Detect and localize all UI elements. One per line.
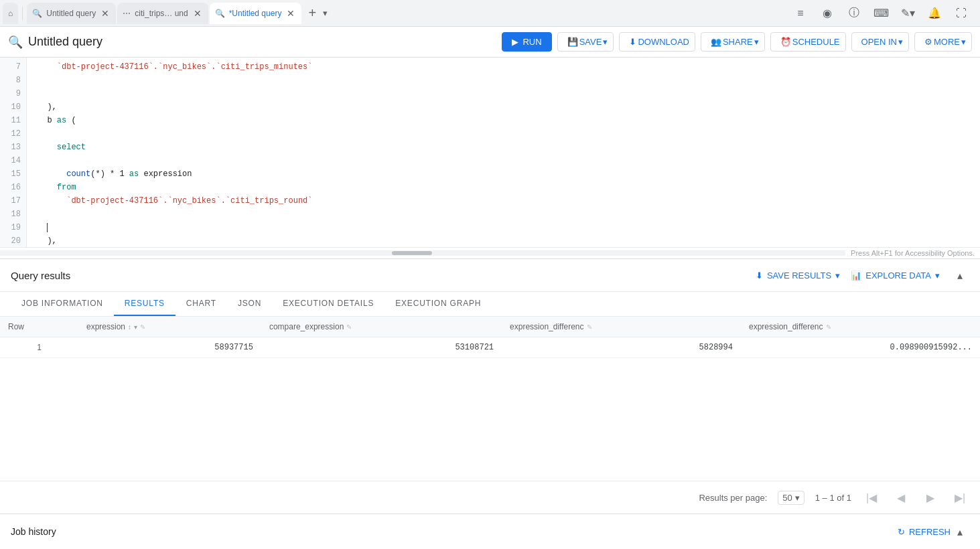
share-button[interactable]: 👥 SHARE ▾	[701, 32, 765, 52]
code-line-14	[38, 154, 969, 167]
code-line-13: select	[38, 141, 969, 154]
save-button[interactable]: 💾 SAVE ▾	[557, 32, 614, 52]
tab-bar: ⌂ 🔍 Untitled query ✕ ⋯ citi_trips… und ✕…	[0, 0, 980, 27]
tab-item-untitled-query-1[interactable]: 🔍 Untitled query ✕	[27, 3, 116, 24]
compare-expression-edit-icon[interactable]: ✎	[346, 323, 352, 331]
new-tab-button[interactable]: +	[303, 4, 322, 23]
results-table-container[interactable]: Row expression ↕ ▾ ✎ compare_expression	[0, 317, 980, 481]
cell-expression-difference: 5828994	[502, 337, 741, 358]
job-history-collapse-button[interactable]: ▴	[951, 522, 969, 541]
code-line-20: ),	[38, 234, 969, 247]
refresh-button[interactable]: ↻ REFRESH	[898, 527, 951, 537]
tab-json[interactable]: JSON	[227, 292, 272, 316]
code-line-18	[38, 208, 969, 221]
editor-content[interactable]: 7 8 9 10 11 12 13 14 15 16 17 18 19 20 2…	[0, 58, 980, 247]
schedule-label: SCHEDULE	[792, 37, 840, 47]
grid-icon-tab2: ⋯	[123, 9, 131, 18]
results-table: Row expression ↕ ▾ ✎ compare_expression	[0, 317, 980, 358]
tab-overflow-button[interactable]: ▾	[323, 8, 328, 18]
save-results-icon: ⬇	[756, 270, 763, 281]
tab-item-citi-trips[interactable]: ⋯ citi_trips… und ✕	[117, 3, 208, 24]
pagination-bar: Results per page: 50 ▾ 1 – 1 of 1 |◀ ◀ ▶…	[0, 481, 980, 514]
pagination-first-button[interactable]: |◀	[862, 488, 881, 507]
tab-label-untitled-query-1: Untitled query	[46, 9, 96, 18]
expression-difference-edit-icon[interactable]: ✎	[587, 323, 592, 331]
download-button[interactable]: ⬇ DOWNLOAD	[619, 32, 695, 52]
tab-execution-details[interactable]: EXECUTION DETAILS	[272, 292, 384, 316]
list-icon-btn[interactable]: ≡	[790, 3, 811, 24]
search-icon-tab3: 🔍	[215, 9, 225, 18]
cell-row-num: 1	[0, 337, 78, 358]
explore-data-chevron: ▾	[935, 270, 940, 281]
tab-close-1[interactable]: ✕	[100, 7, 111, 20]
code-line-12	[38, 127, 969, 141]
table-row: 1 58937715 53108721 5828994 0.0989009159…	[0, 337, 980, 358]
tab-bar-right: ≡ ◉ ⓘ ⌨ ✎▾ 🔔 ⛶	[790, 3, 977, 24]
tab-results[interactable]: RESULTS	[114, 292, 176, 316]
per-page-select[interactable]: 50 ▾	[778, 491, 804, 505]
per-page-chevron-icon: ▾	[795, 493, 800, 503]
code-editor[interactable]: `dbt-project-437116`.`nyc_bikes`.`citi_t…	[27, 58, 980, 247]
download-label: DOWNLOAD	[638, 37, 689, 47]
code-line-7: `dbt-project-437116`.`nyc_bikes`.`citi_t…	[38, 60, 969, 74]
schedule-button[interactable]: ⏰ SCHEDULE	[770, 32, 846, 52]
code-line-17: `dbt-project-437116`.`nyc_bikes`.`citi_t…	[38, 194, 969, 208]
save-results-label: SAVE RESULTS	[767, 270, 831, 281]
code-line-16: from	[38, 181, 969, 194]
more-chevron-icon: ▾	[961, 37, 966, 47]
expression-difference2-col-label: expression_differenc	[749, 322, 823, 331]
bigquery-icon-btn[interactable]: ◉	[817, 3, 838, 24]
tab-execution-graph[interactable]: EXECUTION GRAPH	[384, 292, 492, 316]
col-compare-expression: compare_expression ✎	[261, 317, 502, 337]
cell-expression-difference2: 0.098900915992...	[741, 337, 980, 358]
tab-close-2[interactable]: ✕	[192, 7, 203, 20]
query-results-panel: Query results ⬇ SAVE RESULTS ▾ 📊 EXPLORE…	[0, 258, 980, 514]
tab-chart[interactable]: CHART	[176, 292, 227, 316]
col-expression-difference: expression_differenc ✎	[502, 317, 741, 337]
keyboard-icon-btn[interactable]: ⌨	[870, 3, 892, 24]
save-results-chevron: ▾	[835, 270, 840, 281]
results-title: Query results	[11, 270, 756, 281]
expression-sort-asc-icon: ▾	[134, 323, 137, 331]
editor-area[interactable]: 7 8 9 10 11 12 13 14 15 16 17 18 19 20 2…	[0, 58, 980, 258]
line-numbers: 7 8 9 10 11 12 13 14 15 16 17 18 19 20 2…	[0, 58, 27, 247]
tab-bar-left: ⌂ 🔍 Untitled query ✕ ⋯ citi_trips… und ✕…	[3, 3, 790, 24]
main-toolbar: 🔍 Untitled query ▶ RUN 💾 SAVE ▾ ⬇ DOWNLO…	[0, 27, 980, 58]
code-line-10: ),	[38, 100, 969, 114]
expression-sort-icon[interactable]: ↕	[128, 323, 131, 331]
code-line-15: count(*) * 1 as expression	[38, 167, 969, 181]
pagination-last-button[interactable]: ▶|	[951, 488, 969, 507]
bell-icon-btn[interactable]: 🔔	[924, 3, 945, 24]
save-results-button[interactable]: ⬇ SAVE RESULTS ▾	[756, 270, 840, 281]
run-button[interactable]: ▶ RUN	[502, 32, 551, 52]
more-button[interactable]: ⚙ MORE ▾	[914, 32, 972, 52]
tab-home[interactable]: ⌂	[3, 3, 18, 24]
tab-close-3[interactable]: ✕	[285, 7, 296, 20]
editor-scrollbar[interactable]	[0, 250, 845, 256]
results-collapse-button[interactable]: ▴	[951, 266, 969, 285]
pagination-prev-button[interactable]: ◀	[892, 488, 910, 507]
share-label: SHARE	[723, 37, 753, 47]
cell-expression: 58937715	[78, 337, 261, 358]
table-header-row: Row expression ↕ ▾ ✎ compare_expression	[0, 317, 980, 337]
open-in-button[interactable]: OPEN IN ▾	[851, 32, 909, 52]
tab-item-untitled-query-2[interactable]: 🔍 *Untitled query ✕	[210, 3, 302, 24]
compare-expression-col-label: compare_expression	[269, 322, 344, 331]
fullscreen-icon-btn[interactable]: ⛶	[951, 3, 972, 24]
run-play-icon: ▶	[512, 37, 518, 47]
history-icon-btn[interactable]: ✎▾	[897, 3, 918, 24]
info-icon-btn[interactable]: ⓘ	[843, 3, 865, 24]
refresh-icon: ↻	[898, 527, 905, 537]
expression-edit-icon[interactable]: ✎	[140, 323, 145, 331]
expression-difference2-edit-icon[interactable]: ✎	[826, 323, 831, 331]
share-icon: 👥	[711, 37, 721, 47]
share-chevron-icon: ▾	[754, 37, 759, 47]
expression-col-label: expression	[86, 322, 125, 331]
tab-job-information[interactable]: JOB INFORMATION	[11, 292, 114, 316]
pagination-next-button[interactable]: ▶	[921, 488, 940, 507]
explore-data-label: EXPLORE DATA	[865, 270, 931, 281]
results-tabs: JOB INFORMATION RESULTS CHART JSON EXECU…	[0, 292, 980, 317]
explore-data-button[interactable]: 📊 EXPLORE DATA ▾	[851, 270, 940, 281]
refresh-label: REFRESH	[909, 527, 951, 537]
scrollbar-thumb[interactable]	[392, 251, 432, 255]
